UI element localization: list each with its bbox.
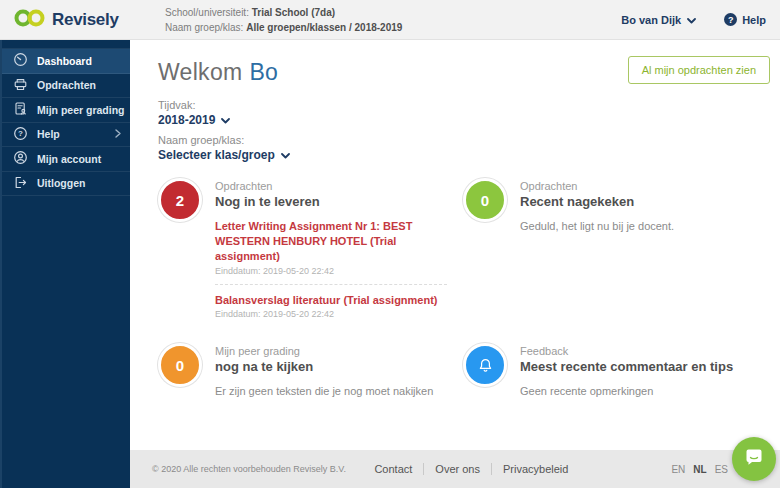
assignment-due-date: Einddatum: 2019-05-20 22:42 <box>215 266 447 276</box>
sidebar-item-label: Help <box>37 128 60 140</box>
assignment-link[interactable]: Letter Writing Assignment Nr 1: BEST WES… <box>215 219 447 264</box>
card-note: Geen recente opmerkingen <box>520 385 733 397</box>
logo-text: Revisely <box>52 10 119 30</box>
user-name: Bo van Dijk <box>621 14 681 26</box>
help-label: Help <box>742 14 766 26</box>
welcome-prefix: Welkom <box>158 59 242 86</box>
chat-bubble-icon <box>743 446 765 472</box>
school-value: Trial School (7da) <box>252 7 335 18</box>
lang-es[interactable]: ES <box>715 464 728 475</box>
card-note: Geduld, het ligt nu bij je docent. <box>520 220 674 232</box>
help-icon: ? <box>13 126 28 143</box>
all-assignments-button[interactable]: Al mijn opdrachten zien <box>628 56 770 84</box>
dashboard-icon <box>13 52 28 69</box>
footer-link-privacy[interactable]: Privacybeleid <box>491 463 579 475</box>
card-label: Opdrachten <box>520 180 674 192</box>
chat-widget-button[interactable] <box>732 437 776 481</box>
infinity-logo-icon <box>13 8 47 32</box>
assignment-list: Letter Writing Assignment Nr 1: BEST WES… <box>215 219 447 319</box>
footer: © 2020 Alle rechten voorbehouden Revisel… <box>130 450 780 488</box>
user-menu[interactable]: Bo van Dijk <box>621 14 696 26</box>
welcome-name: Bo <box>249 59 278 86</box>
sidebar-item-account[interactable]: Mijn account <box>2 147 130 172</box>
topbar-right: Bo van Dijk ? Help <box>621 13 766 26</box>
tijdvak-value: 2018-2019 <box>158 113 215 127</box>
divider <box>215 284 447 285</box>
logout-icon <box>13 175 28 192</box>
revisely-dashboard: Revisely School/universiteit: Trial Scho… <box>0 0 780 488</box>
chevron-down-icon <box>281 148 290 162</box>
sidebar-item-peer-grading[interactable]: Mijn peer grading <box>2 98 130 123</box>
assignments-icon <box>13 77 28 94</box>
svg-text:?: ? <box>18 129 23 138</box>
sidebar-item-label: Mijn account <box>37 153 101 165</box>
count-badge: 0 <box>158 343 202 387</box>
group-select-label: Naam groep/klas: <box>158 134 770 146</box>
sidebar-item-opdrachten[interactable]: Opdrachten <box>2 74 130 99</box>
top-header: Revisely School/universiteit: Trial Scho… <box>0 0 780 40</box>
page-title: Welkom Bo <box>158 59 278 86</box>
language-switcher: EN NL ES <box>671 464 728 475</box>
card-note: Er zijn geen teksten die je nog moet nak… <box>215 385 433 397</box>
dashboard-cards: 2 Opdrachten Nog in te leveren Letter Wr… <box>158 178 770 397</box>
help-button[interactable]: ? Help <box>724 13 766 26</box>
card-recently-graded: 0 Opdrachten Recent nagekeken Geduld, he… <box>463 178 770 319</box>
count-badge: 2 <box>158 178 202 222</box>
sidebar-item-label: Opdrachten <box>37 79 96 91</box>
group-select-dropdown[interactable]: Selecteer klas/groep <box>158 148 770 162</box>
card-peer-grading: 0 Mijn peer grading nog na te kijken Er … <box>158 343 463 397</box>
copyright-text: © 2020 Alle rechten voorbehouden Revisel… <box>152 464 346 474</box>
sidebar-item-logout[interactable]: Uitloggen <box>2 172 130 197</box>
card-label: Feedback <box>520 345 733 357</box>
lang-en[interactable]: EN <box>671 464 685 475</box>
footer-link-contact[interactable]: Contact <box>363 463 423 475</box>
card-to-submit: 2 Opdrachten Nog in te leveren Letter Wr… <box>158 178 463 319</box>
peer-grading-icon <box>13 101 28 118</box>
card-title: Nog in te leveren <box>215 194 447 209</box>
group-value: Alle groepen/klassen / 2018-2019 <box>246 22 402 33</box>
list-item: Balansverslag literatuur (Trial assignme… <box>215 293 447 320</box>
chevron-right-icon <box>115 128 121 140</box>
school-context-info: School/universiteit: Trial School (7da) … <box>165 5 402 35</box>
sidebar-item-label: Uitloggen <box>37 177 85 189</box>
sidebar-item-label: Mijn peer grading <box>37 104 125 116</box>
sidebar-item-label: Dashboard <box>37 55 92 67</box>
lang-nl[interactable]: NL <box>693 464 706 475</box>
card-title: Recent nagekeken <box>520 194 674 209</box>
question-icon: ? <box>724 13 737 26</box>
tijdvak-label: Tijdvak: <box>158 99 770 111</box>
chevron-down-icon <box>221 113 230 127</box>
card-label: Opdrachten <box>215 180 447 192</box>
bell-icon <box>463 343 507 387</box>
sidebar-item-dashboard[interactable]: Dashboard <box>2 49 130 74</box>
count-badge: 0 <box>463 178 507 222</box>
tijdvak-dropdown[interactable]: 2018-2019 <box>158 113 770 127</box>
footer-link-about[interactable]: Over ons <box>423 463 491 475</box>
group-select-value: Selecteer klas/groep <box>158 148 275 162</box>
main-content: Welkom Bo Al mijn opdrachten zien Tijdva… <box>130 40 780 450</box>
group-label: Naam groep/klas: <box>165 22 243 33</box>
sidebar: Dashboard Opdrachten <box>0 40 130 488</box>
filters: Tijdvak: 2018-2019 Naam groep/klas: Sele… <box>158 99 770 162</box>
card-label: Mijn peer grading <box>215 345 433 357</box>
assignment-link[interactable]: Balansverslag literatuur (Trial assignme… <box>215 293 447 308</box>
sidebar-item-help[interactable]: ? Help <box>2 123 130 148</box>
list-item: Letter Writing Assignment Nr 1: BEST WES… <box>215 219 447 276</box>
assignment-due-date: Einddatum: 2019-05-20 22:42 <box>215 309 447 319</box>
card-feedback: Feedback Meest recente commentaar en tip… <box>463 343 770 397</box>
account-icon <box>13 150 28 167</box>
card-title: nog na te kijken <box>215 359 433 374</box>
footer-links: Contact Over ons Privacybeleid <box>363 463 579 475</box>
school-label: School/universiteit: <box>165 7 249 18</box>
sidebar-menu: Dashboard Opdrachten <box>2 48 130 196</box>
revisely-logo[interactable]: Revisely <box>13 8 153 32</box>
card-title: Meest recente commentaar en tips <box>520 359 733 374</box>
chevron-down-icon <box>687 14 696 26</box>
